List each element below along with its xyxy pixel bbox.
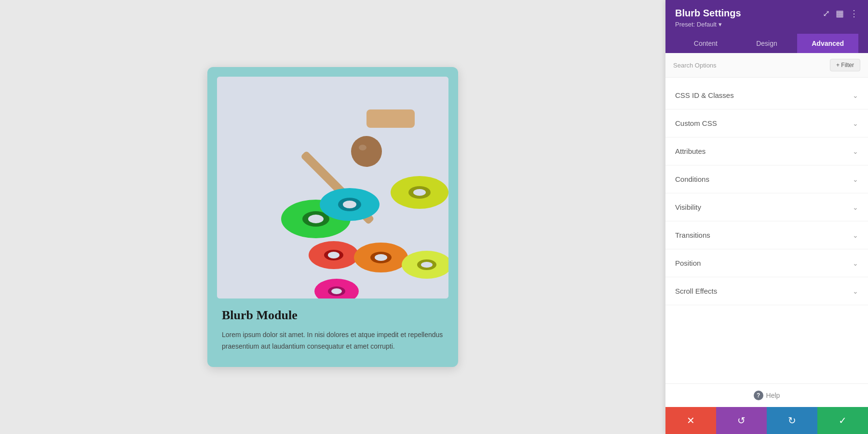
accordion-item-scroll-effects: Scroll Effects ⌄ <box>665 277 868 305</box>
accordion-header-conditions[interactable]: Conditions ⌄ <box>665 165 868 193</box>
panel-header-top: Blurb Settings ⤢ ▦ ⋮ <box>675 8 858 19</box>
accordion-item-attributes: Attributes ⌄ <box>665 137 868 165</box>
accordion-label-custom-css: Custom CSS <box>675 119 717 127</box>
accordion-header-css-id[interactable]: CSS ID & Classes ⌄ <box>665 81 868 109</box>
accordion-label-position: Position <box>675 259 701 267</box>
chevron-down-icon-visibility: ⌄ <box>853 203 858 211</box>
accordion-item-conditions: Conditions ⌄ <box>665 165 868 193</box>
tab-design[interactable]: Design <box>736 34 798 53</box>
panel-header-icons: ⤢ ▦ ⋮ <box>823 8 858 19</box>
chevron-down-icon-attributes: ⌄ <box>853 148 858 155</box>
search-bar: Search Options + Filter <box>665 53 868 78</box>
accordion-header-attributes[interactable]: Attributes ⌄ <box>665 137 868 165</box>
svg-point-13 <box>413 189 426 196</box>
blurb-card-text: Lorem ipsum dolor sit amet. In nisi dolo… <box>222 329 444 353</box>
blurb-card-title: Blurb Module <box>222 308 444 323</box>
accordion-header-custom-css[interactable]: Custom CSS ⌄ <box>665 109 868 137</box>
blurb-card: Blurb Module Lorem ipsum dolor sit amet.… <box>207 67 458 367</box>
panel-preset[interactable]: Preset: Default ▾ <box>675 21 858 28</box>
svg-rect-2 <box>366 109 415 128</box>
svg-point-10 <box>343 201 356 208</box>
undo-button[interactable]: ↺ <box>716 407 767 434</box>
accordion-label-scroll-effects: Scroll Effects <box>675 287 717 295</box>
tab-advanced[interactable]: Advanced <box>797 34 858 53</box>
redo-button[interactable]: ↻ <box>767 407 817 434</box>
svg-point-22 <box>421 262 433 268</box>
chevron-down-icon-scroll-effects: ⌄ <box>853 287 858 295</box>
expand-icon[interactable]: ⤢ <box>823 8 830 19</box>
accordion-label-css-id: CSS ID & Classes <box>675 91 734 99</box>
accordion-label-conditions: Conditions <box>675 175 709 183</box>
blurb-card-content: Blurb Module Lorem ipsum dolor sit amet.… <box>217 298 448 357</box>
accordion-item-position: Position ⌄ <box>665 249 868 277</box>
help-section: ? Help <box>665 383 868 407</box>
panel-tabs: Content Design Advanced <box>675 34 858 53</box>
help-button[interactable]: ? Help <box>754 391 780 400</box>
more-icon[interactable]: ⋮ <box>850 8 858 19</box>
chevron-down-icon-css-id: ⌄ <box>853 92 858 99</box>
chevron-down-icon-conditions: ⌄ <box>853 176 858 183</box>
accordion-header-scroll-effects[interactable]: Scroll Effects ⌄ <box>665 277 868 305</box>
save-button[interactable]: ✓ <box>817 407 868 434</box>
panel-title: Blurb Settings <box>675 8 741 19</box>
panel-footer: ✕ ↺ ↻ ✓ <box>665 407 868 434</box>
accordion-header-transitions[interactable]: Transitions ⌄ <box>665 221 868 249</box>
accordion-label-attributes: Attributes <box>675 147 705 155</box>
canvas-area: Blurb Module Lorem ipsum dolor sit amet.… <box>0 0 665 434</box>
accordion-label-transitions: Transitions <box>675 231 710 239</box>
settings-panel: Blurb Settings ⤢ ▦ ⋮ Preset: Default ▾ C… <box>665 0 868 434</box>
accordion-item-visibility: Visibility ⌄ <box>665 193 868 221</box>
accordion-item-transitions: Transitions ⌄ <box>665 221 868 249</box>
svg-point-4 <box>359 145 366 150</box>
svg-point-25 <box>331 288 342 294</box>
svg-point-7 <box>308 215 324 223</box>
accordion-item-css-id: CSS ID & Classes ⌄ <box>665 81 868 109</box>
cancel-button[interactable]: ✕ <box>665 407 716 434</box>
svg-point-19 <box>375 254 387 261</box>
accordion-header-visibility[interactable]: Visibility ⌄ <box>665 193 868 221</box>
help-icon: ? <box>754 391 763 400</box>
panel-header: Blurb Settings ⤢ ▦ ⋮ Preset: Default ▾ C… <box>665 0 868 53</box>
accordion-header-position[interactable]: Position ⌄ <box>665 249 868 277</box>
layout-icon[interactable]: ▦ <box>836 8 844 19</box>
filter-button[interactable]: + Filter <box>830 59 860 71</box>
blurb-card-image <box>217 77 448 298</box>
accordion-item-custom-css: Custom CSS ⌄ <box>665 109 868 137</box>
chevron-down-icon-position: ⌄ <box>853 259 858 267</box>
svg-point-16 <box>328 252 339 258</box>
chevron-down-icon-custom-css: ⌄ <box>853 120 858 127</box>
accordion-list: CSS ID & Classes ⌄ Custom CSS ⌄ Attribut… <box>665 78 868 383</box>
search-label: Search Options <box>673 62 717 69</box>
accordion-label-visibility: Visibility <box>675 203 701 211</box>
chevron-down-icon-transitions: ⌄ <box>853 231 858 239</box>
tab-content[interactable]: Content <box>675 34 736 53</box>
help-label: Help <box>766 392 780 399</box>
svg-point-3 <box>351 136 382 167</box>
